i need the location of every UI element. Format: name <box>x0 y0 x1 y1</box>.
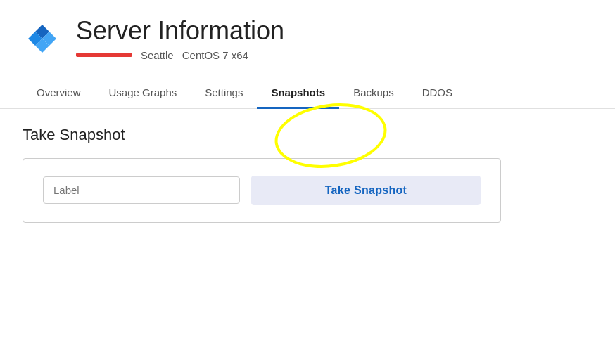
server-color-bar <box>76 53 132 57</box>
nav-tabs: Overview Usage Graphs Settings Snapshots… <box>0 78 615 109</box>
tab-usage-graphs[interactable]: Usage Graphs <box>95 78 191 109</box>
section-title: Take Snapshot <box>23 126 592 144</box>
content-area: Take Snapshot Take Snapshot <box>0 109 615 240</box>
snapshot-form: Take Snapshot <box>43 176 481 205</box>
tab-overview[interactable]: Overview <box>23 78 95 109</box>
server-os: CentOS 7 x64 <box>182 49 248 61</box>
page-title: Server Information <box>76 17 284 45</box>
page-header: Server Information Seattle CentOS 7 x64 <box>0 0 615 61</box>
header-meta: Seattle CentOS 7 x64 <box>76 49 284 61</box>
take-snapshot-button[interactable]: Take Snapshot <box>251 176 481 205</box>
label-input[interactable] <box>43 176 240 204</box>
snapshot-card: Take Snapshot <box>23 158 501 223</box>
server-location: Seattle <box>141 49 174 61</box>
tab-snapshots[interactable]: Snapshots <box>257 78 339 109</box>
header-text-group: Server Information Seattle CentOS 7 x64 <box>76 17 284 61</box>
tab-ddos[interactable]: DDOS <box>408 78 467 109</box>
tab-backups[interactable]: Backups <box>339 78 408 109</box>
app-logo-icon <box>23 19 62 58</box>
tab-settings[interactable]: Settings <box>191 78 257 109</box>
